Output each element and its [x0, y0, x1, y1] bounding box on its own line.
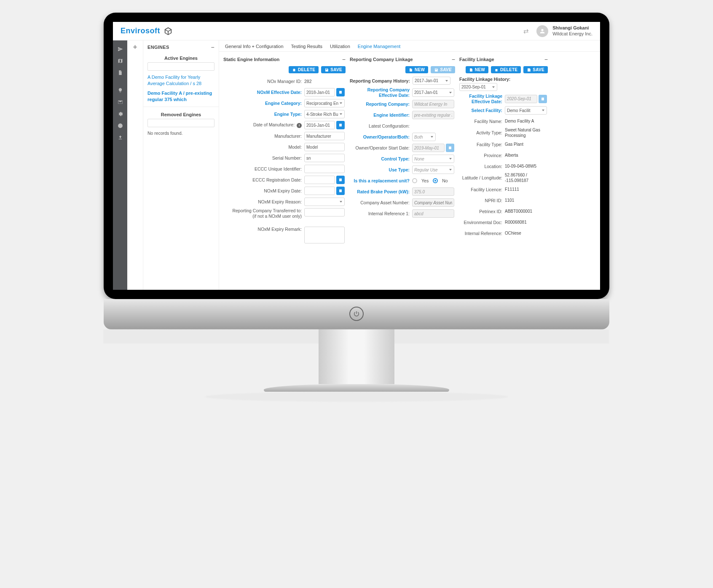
- npri-value: 1101: [505, 198, 547, 203]
- nav-send-icon[interactable]: [113, 43, 127, 55]
- latest-config-label: Latest Configuration:: [350, 123, 410, 129]
- owner-operator-select[interactable]: Both: [412, 133, 436, 141]
- calendar-icon[interactable]: [336, 121, 345, 129]
- new-button[interactable]: NEW: [405, 66, 428, 73]
- location-label: Location:: [459, 164, 502, 169]
- engine-link-2[interactable]: Demo Facility A / pre-existing regular 3…: [147, 90, 214, 103]
- save-button[interactable]: SAVE: [523, 66, 548, 73]
- engine-type-select[interactable]: 4-Stroke Rich Burn: [304, 110, 345, 118]
- delete-button[interactable]: DELETE: [289, 66, 319, 73]
- dom-label: Date of Manufacture: i: [223, 122, 302, 128]
- eccc-uid-input[interactable]: [304, 165, 345, 173]
- expiry-date-label: NOxM Expiry Date:: [223, 188, 302, 194]
- removed-engines-heading: Removed Engines: [147, 112, 214, 117]
- report-panel-title: Reporting Company Linkage: [350, 57, 413, 62]
- select-facility-select[interactable]: Demo Facilit: [505, 106, 547, 115]
- facility-type-label: Facility Type:: [459, 142, 502, 147]
- avatar-icon: [536, 25, 548, 37]
- new-button[interactable]: NEW: [466, 66, 488, 73]
- facility-panel-title: Facility Linkage: [459, 57, 494, 62]
- envdoc-label: Environmental Doc:: [459, 220, 502, 225]
- engine-category-select[interactable]: Reciprocating Engine: [304, 99, 345, 107]
- user-org: Wildcat Energy Inc.: [552, 31, 592, 37]
- facility-history-label: Facility Linkage History:: [459, 77, 510, 82]
- ref1-label: Internal Reference 1:: [350, 211, 410, 216]
- asset-input[interactable]: [412, 198, 454, 207]
- serial-label: Serial Number:: [223, 155, 302, 161]
- licence-label: Facility Licence:: [459, 187, 502, 192]
- tab-utilization[interactable]: Utilization: [330, 44, 350, 49]
- facility-eff-input[interactable]: [505, 95, 537, 103]
- petrinex-value: ABBT0000001: [505, 209, 547, 214]
- transferred-input[interactable]: [304, 208, 345, 216]
- expiry-date-input[interactable]: [304, 187, 335, 195]
- active-engines-search[interactable]: [147, 62, 214, 71]
- ref1-input[interactable]: [412, 209, 454, 218]
- model-input[interactable]: [304, 143, 345, 151]
- manufacturer-input[interactable]: [304, 132, 345, 140]
- collapse-icon[interactable]: −: [342, 56, 346, 63]
- calendar-icon[interactable]: [539, 95, 547, 103]
- info-icon[interactable]: i: [297, 123, 302, 128]
- facility-history-select[interactable]: 2020-Sep-01: [459, 83, 497, 91]
- collapse-icon[interactable]: −: [211, 44, 214, 51]
- nav-gear-icon[interactable]: [113, 108, 127, 120]
- nav-upload-icon[interactable]: [113, 131, 127, 143]
- nav-file-icon[interactable]: [113, 67, 127, 78]
- use-type-select[interactable]: Regular Use: [412, 166, 454, 174]
- engine-type-label: Engine Type:: [223, 112, 302, 117]
- envdoc-value: R00068081: [505, 220, 547, 225]
- remark-label: NOxM Expiry Remark:: [223, 227, 302, 232]
- nav-mail-icon[interactable]: [113, 96, 127, 108]
- petrinex-label: Petrinex ID:: [459, 209, 502, 214]
- noxm-eff-date-input[interactable]: [304, 88, 335, 96]
- tab-engine-management[interactable]: Engine Management: [358, 44, 401, 49]
- engine-id-input[interactable]: [412, 111, 454, 119]
- location-value: 10-09-045-08W5: [505, 164, 547, 169]
- nav-add-icon[interactable]: [113, 120, 127, 131]
- report-company-input[interactable]: [412, 100, 454, 108]
- replacement-no-radio[interactable]: [433, 178, 438, 183]
- collapse-icon[interactable]: −: [544, 56, 548, 63]
- manufacturer-label: Manufacturer:: [223, 134, 302, 139]
- engines-title: ENGINES: [147, 45, 169, 50]
- replacement-label: Is this a replacement unit?: [350, 178, 410, 184]
- calendar-icon[interactable]: [336, 176, 345, 184]
- report-eff-select[interactable]: 2017-Jan-01: [412, 88, 454, 97]
- replacement-yes-radio[interactable]: [412, 178, 417, 183]
- oo-start-input[interactable]: [412, 144, 445, 152]
- expiry-reason-select[interactable]: [304, 198, 345, 206]
- removed-engines-search[interactable]: [147, 119, 214, 127]
- internal-ref-value: OChiese: [505, 231, 547, 236]
- tab-testing[interactable]: Testing Results: [291, 44, 323, 49]
- brand-name: Envirosoft: [121, 27, 160, 35]
- save-button[interactable]: SAVE: [321, 66, 346, 73]
- nav-map-icon[interactable]: [113, 55, 127, 67]
- collapse-icon[interactable]: −: [452, 56, 455, 63]
- facility-type-value: Gas Plant: [505, 142, 547, 147]
- calendar-icon[interactable]: [336, 88, 345, 96]
- dom-input[interactable]: [304, 121, 335, 129]
- control-type-label: Control Type:: [350, 156, 410, 162]
- engine-link-1[interactable]: A Demo Facility for Yearly Average Calcu…: [147, 74, 214, 87]
- user-menu[interactable]: Shivangi Gokani Wildcat Energy Inc.: [536, 25, 592, 37]
- power-input[interactable]: [412, 187, 454, 196]
- serial-input[interactable]: [304, 154, 345, 162]
- control-type-select[interactable]: None: [412, 155, 454, 163]
- delete-button[interactable]: DELETE: [491, 66, 521, 73]
- noxm-id-value: 282: [304, 79, 312, 84]
- asset-label: Company Asset Number:: [350, 200, 410, 206]
- sync-icon[interactable]: ⇄: [523, 27, 529, 35]
- expiry-reason-label: NOxM Expiry Reason:: [223, 199, 302, 205]
- add-column-button[interactable]: +: [127, 40, 143, 290]
- remark-textarea[interactable]: [304, 227, 345, 243]
- eccc-reg-input[interactable]: [304, 176, 335, 184]
- calendar-icon[interactable]: [336, 187, 345, 195]
- nav-idea-icon[interactable]: [113, 84, 127, 96]
- tab-general[interactable]: General Info + Configuration: [225, 44, 284, 49]
- active-engines-heading: Active Engines: [147, 56, 214, 61]
- save-button[interactable]: SAVE: [431, 66, 455, 73]
- report-history-select[interactable]: 2017-Jan-01: [413, 77, 450, 85]
- activity-type-value: Sweet Natural Gas Processing: [505, 128, 547, 138]
- calendar-icon[interactable]: [446, 144, 454, 152]
